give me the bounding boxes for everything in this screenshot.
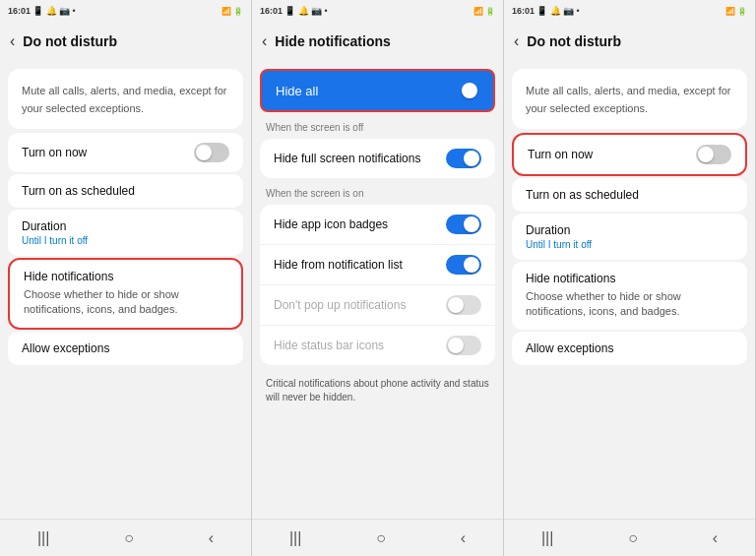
status-right-2: 📶 🔋 (473, 7, 495, 16)
hide-notifications-row-3[interactable]: Hide notifications Choose whether to hid… (512, 262, 747, 330)
status-bar-3: 16:01 📱 🔔 📷 • 📶 🔋 (504, 0, 755, 22)
duration-content-3: Duration Until I turn it off (526, 223, 592, 250)
dont-popup-toggle[interactable] (446, 295, 481, 315)
nav-title-1: Do not disturb (23, 33, 117, 49)
back-button-2[interactable]: ‹ (262, 32, 267, 50)
duration-label-1: Duration (22, 219, 88, 233)
turn-on-scheduled-row-1[interactable]: Turn on as scheduled (8, 174, 243, 208)
hide-fullscreen-toggle[interactable] (446, 149, 481, 168)
turn-on-now-row-3[interactable]: Turn on now (512, 133, 747, 176)
hide-notifications-content-1: Hide notifications Choose whether to hid… (24, 270, 227, 318)
status-right-1: 📶 🔋 (221, 7, 243, 16)
turn-on-now-toggle-1[interactable] (194, 143, 229, 162)
status-time-3: 16:01 (512, 6, 535, 16)
turn-on-now-toggle-3[interactable] (696, 145, 731, 164)
nav-back-icon-2[interactable]: ‹ (461, 529, 466, 547)
panel-do-not-disturb-3: 16:01 📱 🔔 📷 • 📶 🔋 ‹ Do not disturb Mute … (504, 0, 756, 556)
allow-exceptions-row-3[interactable]: Allow exceptions (512, 332, 747, 365)
nav-home-icon-2[interactable]: ○ (376, 529, 386, 547)
nav-home-icon-3[interactable]: ○ (628, 529, 638, 547)
hide-notifications-row-1[interactable]: Hide notifications Choose whether to hid… (8, 258, 243, 330)
turn-on-now-label-3: Turn on now (528, 148, 593, 161)
dont-popup-label: Don't pop up notifications (274, 298, 406, 312)
duration-row-1[interactable]: Duration Until I turn it off (8, 210, 243, 256)
duration-row-3[interactable]: Duration Until I turn it off (512, 214, 747, 260)
toggle-knob-hide-all (462, 83, 477, 98)
content-2: Hide all When the screen is off Hide ful… (252, 61, 503, 519)
allow-exceptions-row-1[interactable]: Allow exceptions (8, 332, 243, 365)
hide-notifications-label-3: Hide notifications (526, 272, 733, 285)
hide-from-list-row[interactable]: Hide from notification list (260, 245, 495, 285)
hide-statusbar-label: Hide status bar icons (274, 339, 384, 352)
turn-on-now-row-1[interactable]: Turn on now (8, 133, 243, 172)
list-section-screen-off: Hide full screen notifications (260, 139, 495, 178)
toggle-knob-1 (196, 145, 212, 160)
bottom-nav-2: ||| ○ ‹ (252, 519, 503, 556)
bottom-nav-1: ||| ○ ‹ (0, 519, 251, 556)
nav-home-icon-1[interactable]: ○ (124, 529, 134, 547)
hide-fullscreen-label: Hide full screen notifications (274, 152, 420, 165)
hide-notifications-desc-3: Choose whether to hide or show notificat… (526, 289, 733, 320)
dont-popup-row[interactable]: Don't pop up notifications (260, 285, 495, 326)
back-button-3[interactable]: ‹ (514, 32, 519, 50)
duration-content-1: Duration Until I turn it off (22, 219, 88, 246)
back-button-1[interactable]: ‹ (10, 32, 15, 50)
nav-title-2: Hide notifications (275, 33, 390, 49)
hide-from-list-label: Hide from notification list (274, 258, 403, 272)
status-left-1: 16:01 📱 🔔 📷 • (8, 6, 76, 16)
turn-on-scheduled-label-1: Turn on as scheduled (22, 184, 135, 198)
description-text-1: Mute all calls, alerts, and media, excep… (22, 85, 226, 114)
list-section-screen-on: Hide app icon badges Hide from notificat… (260, 205, 495, 365)
hide-notifications-label-1: Hide notifications (24, 270, 227, 283)
section-header-screen-on: When the screen is on (252, 182, 503, 201)
hide-all-row[interactable]: Hide all (260, 69, 495, 112)
turn-on-scheduled-row-3[interactable]: Turn on as scheduled (512, 178, 747, 212)
critical-note: Critical notifications about phone activ… (252, 369, 503, 416)
hide-app-badges-toggle[interactable] (446, 215, 481, 234)
status-icons-left-2: 📱 🔔 📷 • (284, 6, 328, 16)
allow-exceptions-label-3: Allow exceptions (526, 341, 613, 355)
hide-statusbar-toggle[interactable] (446, 336, 481, 355)
nav-back-icon-1[interactable]: ‹ (209, 529, 214, 547)
hide-app-badges-row[interactable]: Hide app icon badges (260, 205, 495, 245)
status-icons-left-3: 📱 🔔 📷 • (536, 6, 580, 16)
turn-on-now-label-1: Turn on now (22, 146, 87, 159)
hide-fullscreen-row[interactable]: Hide full screen notifications (260, 139, 495, 178)
status-right-3: 📶 🔋 (725, 7, 747, 16)
hide-all-label: Hide all (276, 84, 318, 98)
nav-bar-2: ‹ Hide notifications (252, 22, 503, 61)
status-left-2: 16:01 📱 🔔 📷 • (260, 6, 328, 16)
allow-exceptions-label-1: Allow exceptions (22, 341, 109, 355)
status-bar-1: 16:01 📱 🔔 📷 • 📶 🔋 (0, 0, 251, 22)
turn-on-scheduled-label-3: Turn on as scheduled (526, 188, 639, 202)
duration-sub-3: Until I turn it off (526, 239, 592, 250)
status-time-2: 16:01 (260, 6, 283, 16)
nav-recent-icon-3[interactable]: ||| (541, 529, 553, 547)
status-left-3: 16:01 📱 🔔 📷 • (512, 6, 580, 16)
hide-all-toggle[interactable] (444, 81, 479, 100)
hide-notifications-content-3: Hide notifications Choose whether to hid… (526, 272, 733, 320)
description-card-3: Mute all calls, alerts, and media, excep… (512, 69, 747, 129)
hide-statusbar-row[interactable]: Hide status bar icons (260, 326, 495, 365)
content-3: Mute all calls, alerts, and media, excep… (504, 61, 755, 519)
hide-notifications-desc-1: Choose whether to hide or show notificat… (24, 287, 227, 318)
nav-title-3: Do not disturb (527, 33, 621, 49)
status-icons-left-1: 📱 🔔 📷 • (32, 6, 76, 16)
status-bar-2: 16:01 📱 🔔 📷 • 📶 🔋 (252, 0, 503, 22)
nav-bar-1: ‹ Do not disturb (0, 22, 251, 61)
nav-bar-3: ‹ Do not disturb (504, 22, 755, 61)
status-time-1: 16:01 (8, 6, 31, 16)
nav-recent-icon-1[interactable]: ||| (37, 529, 49, 547)
status-icons-right-1: 📶 🔋 (221, 7, 243, 16)
duration-label-3: Duration (526, 223, 592, 237)
nav-back-icon-3[interactable]: ‹ (713, 529, 718, 547)
hide-from-list-toggle[interactable] (446, 255, 481, 275)
content-1: Mute all calls, alerts, and media, excep… (0, 61, 251, 519)
nav-recent-icon-2[interactable]: ||| (289, 529, 301, 547)
section-header-screen-off: When the screen is off (252, 116, 503, 135)
bottom-nav-3: ||| ○ ‹ (504, 519, 755, 556)
status-icons-right-3: 📶 🔋 (725, 7, 747, 16)
duration-sub-1: Until I turn it off (22, 235, 88, 246)
panel-do-not-disturb-1: 16:01 📱 🔔 📷 • 📶 🔋 ‹ Do not disturb Mute … (0, 0, 252, 556)
description-card-1: Mute all calls, alerts, and media, excep… (8, 69, 243, 129)
